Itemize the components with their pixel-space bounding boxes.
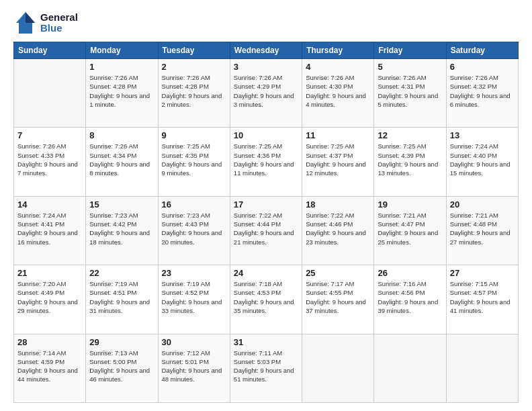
- day-info: Sunrise: 7:17 AM Sunset: 4:55 PM Dayligh…: [306, 279, 370, 315]
- day-number: 30: [162, 337, 226, 347]
- sunrise-text: Sunrise: 7:18 AM: [234, 280, 282, 287]
- calendar-cell: 25 Sunrise: 7:17 AM Sunset: 4:55 PM Dayl…: [302, 265, 374, 334]
- day-info: Sunrise: 7:19 AM Sunset: 4:51 PM Dayligh…: [89, 279, 154, 315]
- day-number: 22: [89, 268, 154, 278]
- day-number: 5: [378, 62, 442, 72]
- calendar-cell: 2 Sunrise: 7:26 AM Sunset: 4:28 PM Dayli…: [158, 59, 230, 128]
- daylight-text: Daylight: 9 hours and 25 minutes.: [378, 229, 438, 245]
- sunrise-text: Sunrise: 7:11 AM: [234, 349, 282, 357]
- calendar-cell: 1 Sunrise: 7:26 AM Sunset: 4:28 PM Dayli…: [86, 59, 158, 128]
- header: General Blue: [13, 11, 519, 35]
- day-info: Sunrise: 7:13 AM Sunset: 5:00 PM Dayligh…: [89, 349, 154, 384]
- calendar-cell: 17 Sunrise: 7:22 AM Sunset: 4:44 PM Dayl…: [230, 196, 302, 265]
- day-number: 20: [450, 199, 515, 210]
- day-number: 6: [450, 62, 515, 72]
- sunset-text: Sunset: 4:35 PM: [162, 152, 209, 159]
- sunset-text: Sunset: 4:59 PM: [17, 358, 64, 365]
- logo-icon: [13, 11, 38, 35]
- sunrise-text: Sunrise: 7:22 AM: [306, 212, 354, 219]
- day-info: Sunrise: 7:20 AM Sunset: 4:49 PM Dayligh…: [17, 279, 82, 315]
- daylight-text: Daylight: 9 hours and 46 minutes.: [89, 367, 150, 383]
- sunset-text: Sunset: 4:31 PM: [378, 83, 425, 90]
- sunset-text: Sunset: 4:44 PM: [234, 220, 281, 228]
- sunrise-text: Sunrise: 7:26 AM: [378, 74, 426, 81]
- daylight-text: Daylight: 9 hours and 6 minutes.: [450, 92, 511, 108]
- calendar-cell: 18 Sunrise: 7:22 AM Sunset: 4:46 PM Dayl…: [302, 196, 374, 265]
- day-info: Sunrise: 7:24 AM Sunset: 4:41 PM Dayligh…: [17, 211, 82, 246]
- day-info: Sunrise: 7:25 AM Sunset: 4:37 PM Dayligh…: [306, 142, 370, 177]
- daylight-text: Daylight: 9 hours and 9 minutes.: [162, 161, 222, 177]
- sunset-text: Sunset: 4:52 PM: [162, 289, 209, 296]
- page: General Blue SundayMondayTuesdayWednesda…: [0, 0, 532, 411]
- day-number: 2: [162, 62, 226, 72]
- day-info: Sunrise: 7:25 AM Sunset: 4:36 PM Dayligh…: [234, 142, 298, 177]
- day-number: 13: [450, 130, 515, 140]
- sunrise-text: Sunrise: 7:23 AM: [89, 212, 138, 219]
- day-number: 7: [17, 130, 82, 140]
- day-info: Sunrise: 7:18 AM Sunset: 4:53 PM Dayligh…: [234, 279, 298, 315]
- sunset-text: Sunset: 4:48 PM: [450, 220, 497, 228]
- day-info: Sunrise: 7:26 AM Sunset: 4:31 PM Dayligh…: [378, 73, 442, 109]
- sunset-text: Sunset: 4:40 PM: [450, 152, 497, 159]
- daylight-text: Daylight: 9 hours and 51 minutes.: [234, 367, 294, 383]
- sunrise-text: Sunrise: 7:26 AM: [234, 74, 282, 81]
- sunrise-text: Sunrise: 7:26 AM: [89, 142, 138, 150]
- calendar-cell: 30 Sunrise: 7:12 AM Sunset: 5:01 PM Dayl…: [158, 334, 230, 402]
- calendar-cell: 27 Sunrise: 7:15 AM Sunset: 4:57 PM Dayl…: [446, 265, 518, 334]
- sunrise-text: Sunrise: 7:26 AM: [450, 74, 498, 81]
- logo-text: General Blue: [40, 12, 78, 34]
- sunset-text: Sunset: 4:51 PM: [89, 289, 136, 296]
- calendar-cell: [446, 334, 518, 402]
- daylight-text: Daylight: 9 hours and 20 minutes.: [162, 229, 222, 245]
- daylight-text: Daylight: 9 hours and 13 minutes.: [378, 161, 438, 177]
- calendar-cell: 14 Sunrise: 7:24 AM Sunset: 4:41 PM Dayl…: [14, 196, 86, 265]
- sunset-text: Sunset: 4:43 PM: [162, 220, 209, 228]
- calendar-cell: 26 Sunrise: 7:16 AM Sunset: 4:56 PM Dayl…: [374, 265, 446, 334]
- weekday-header: Thursday: [302, 42, 374, 59]
- calendar-table: SundayMondayTuesdayWednesdayThursdayFrid…: [13, 42, 519, 403]
- day-info: Sunrise: 7:14 AM Sunset: 4:59 PM Dayligh…: [17, 349, 82, 384]
- day-info: Sunrise: 7:19 AM Sunset: 4:52 PM Dayligh…: [162, 279, 226, 315]
- calendar-cell: 19 Sunrise: 7:21 AM Sunset: 4:47 PM Dayl…: [374, 196, 446, 265]
- day-info: Sunrise: 7:12 AM Sunset: 5:01 PM Dayligh…: [162, 349, 226, 384]
- calendar-week-row: 21 Sunrise: 7:20 AM Sunset: 4:49 PM Dayl…: [14, 265, 519, 334]
- sunrise-text: Sunrise: 7:25 AM: [378, 142, 426, 150]
- calendar-cell: 5 Sunrise: 7:26 AM Sunset: 4:31 PM Dayli…: [374, 59, 446, 128]
- daylight-text: Daylight: 9 hours and 15 minutes.: [450, 161, 511, 177]
- daylight-text: Daylight: 9 hours and 27 minutes.: [450, 229, 511, 245]
- calendar-cell: 28 Sunrise: 7:14 AM Sunset: 4:59 PM Dayl…: [14, 334, 86, 402]
- calendar-cell: 29 Sunrise: 7:13 AM Sunset: 5:00 PM Dayl…: [86, 334, 158, 402]
- day-number: 10: [234, 130, 298, 140]
- daylight-text: Daylight: 9 hours and 7 minutes.: [17, 161, 78, 177]
- day-info: Sunrise: 7:23 AM Sunset: 4:43 PM Dayligh…: [162, 211, 226, 246]
- sunrise-text: Sunrise: 7:12 AM: [162, 349, 210, 357]
- weekday-header: Saturday: [446, 42, 518, 59]
- logo: General Blue: [13, 11, 78, 35]
- daylight-text: Daylight: 9 hours and 11 minutes.: [234, 161, 294, 177]
- daylight-text: Daylight: 9 hours and 48 minutes.: [162, 367, 222, 383]
- day-number: 24: [234, 268, 298, 278]
- day-info: Sunrise: 7:23 AM Sunset: 4:42 PM Dayligh…: [89, 211, 154, 246]
- sunset-text: Sunset: 4:53 PM: [234, 289, 281, 296]
- day-number: 21: [17, 268, 82, 278]
- day-info: Sunrise: 7:24 AM Sunset: 4:40 PM Dayligh…: [450, 142, 515, 177]
- day-info: Sunrise: 7:26 AM Sunset: 4:28 PM Dayligh…: [89, 73, 154, 109]
- day-info: Sunrise: 7:15 AM Sunset: 4:57 PM Dayligh…: [450, 279, 515, 315]
- calendar-week-row: 28 Sunrise: 7:14 AM Sunset: 4:59 PM Dayl…: [14, 334, 519, 402]
- day-number: 16: [162, 199, 226, 210]
- sunrise-text: Sunrise: 7:15 AM: [450, 280, 498, 287]
- calendar-cell: 10 Sunrise: 7:25 AM Sunset: 4:36 PM Dayl…: [230, 128, 302, 196]
- calendar-cell: 31 Sunrise: 7:11 AM Sunset: 5:03 PM Dayl…: [230, 334, 302, 402]
- day-number: 15: [89, 199, 154, 210]
- daylight-text: Daylight: 9 hours and 3 minutes.: [234, 92, 294, 108]
- day-number: 25: [306, 268, 370, 278]
- sunset-text: Sunset: 4:46 PM: [306, 220, 353, 228]
- day-info: Sunrise: 7:21 AM Sunset: 4:48 PM Dayligh…: [450, 211, 515, 246]
- sunset-text: Sunset: 4:28 PM: [162, 83, 209, 90]
- day-number: 1: [89, 62, 154, 72]
- daylight-text: Daylight: 9 hours and 23 minutes.: [306, 229, 366, 245]
- sunrise-text: Sunrise: 7:26 AM: [17, 142, 66, 150]
- calendar-cell: 22 Sunrise: 7:19 AM Sunset: 4:51 PM Dayl…: [86, 265, 158, 334]
- daylight-text: Daylight: 9 hours and 29 minutes.: [17, 298, 78, 314]
- calendar-week-row: 7 Sunrise: 7:26 AM Sunset: 4:33 PM Dayli…: [14, 128, 519, 196]
